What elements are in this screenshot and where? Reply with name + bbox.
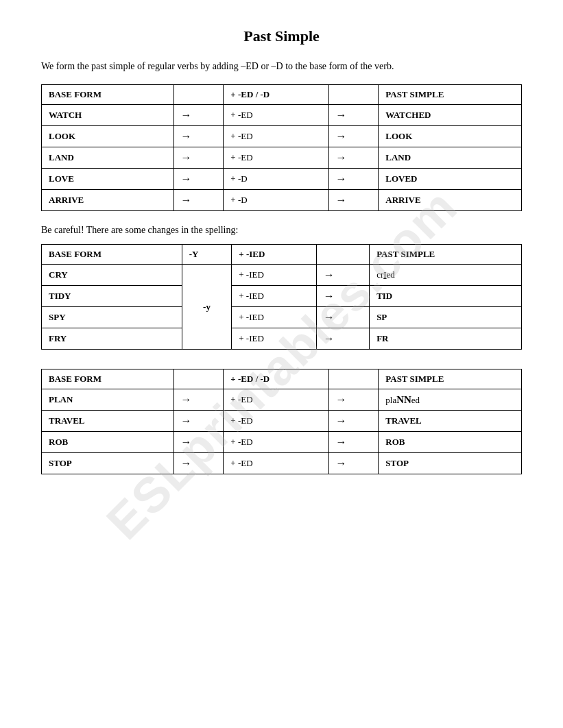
past-simple: SP <box>370 307 522 328</box>
arrow: → <box>173 432 224 453</box>
past-simple: STOP <box>379 453 522 474</box>
base-form: TRAVEL <box>42 411 174 432</box>
rule: + -IED <box>232 286 317 307</box>
base-form: STOP <box>42 453 174 474</box>
rule: + -ED <box>224 147 328 169</box>
table1-header-arrow <box>173 85 224 105</box>
arrow2: → <box>328 126 379 147</box>
arrow: → <box>173 169 224 190</box>
past-simple: TRAVEL <box>379 411 522 432</box>
arrow: → <box>316 307 369 328</box>
table-row: LOVE → + -D → LOVED <box>42 169 522 190</box>
rule: + -D <box>224 190 328 211</box>
arrow: → <box>316 286 369 307</box>
rule: + -ED <box>224 432 328 453</box>
table-row: ARRIVE → + -D → ARRIVE <box>42 190 522 211</box>
table3-header-rule: + -ED / -D <box>224 369 328 389</box>
table-row: LAND → + -ED → LAND <box>42 147 522 169</box>
table1-header-arrow2 <box>328 85 379 105</box>
table1: BASE FORM + -ED / -D PAST SIMPLE WATCH →… <box>41 84 522 211</box>
past-simple: FR <box>370 328 522 350</box>
table1-header-base: BASE FORM <box>42 85 174 105</box>
table-row: STOP → + -ED → STOP <box>42 453 522 474</box>
arrow2: → <box>328 432 379 453</box>
base-form: ROB <box>42 432 174 453</box>
arrow: → <box>316 328 369 350</box>
arrow2: → <box>328 389 379 411</box>
table3-header-arrow2 <box>328 369 379 389</box>
table-row: TIDY + -IED → TID <box>42 286 522 307</box>
table-row: TRAVEL → + -ED → TRAVEL <box>42 411 522 432</box>
rule: + -ED <box>224 389 328 411</box>
table-row: FRY + -IED → FR <box>42 328 522 350</box>
rule: + -ED <box>224 411 328 432</box>
arrow2: → <box>328 147 379 169</box>
arrow2: → <box>328 190 379 211</box>
table2-header-y: -Y <box>182 245 232 265</box>
rule: + -ED <box>224 453 328 474</box>
past-simple: LAND <box>379 147 522 169</box>
table3-header-arrow <box>173 369 224 389</box>
arrow: → <box>173 105 224 126</box>
base-form: PLAN <box>42 389 174 411</box>
past-simple: crIed <box>370 265 522 286</box>
page-title: Past Simple <box>41 27 522 45</box>
base-form: LOOK <box>42 126 174 147</box>
base-form: SPY <box>42 307 182 328</box>
base-form: CRY <box>42 265 182 286</box>
table-row: LOOK → + -ED → LOOK <box>42 126 522 147</box>
base-form: TIDY <box>42 286 182 307</box>
spelling-note: Be careful! There are some changes in th… <box>41 225 522 236</box>
arrow2: → <box>328 105 379 126</box>
table-row: SPY + -IED → SP <box>42 307 522 328</box>
rule: + -ED <box>224 105 328 126</box>
past-simple: LOVED <box>379 169 522 190</box>
past-simple: plaNNed <box>379 389 522 411</box>
past-simple: LOOK <box>379 126 522 147</box>
arrow: → <box>173 389 224 411</box>
arrow: → <box>316 265 369 286</box>
base-form: LAND <box>42 147 174 169</box>
arrow2: → <box>328 411 379 432</box>
arrow: → <box>173 411 224 432</box>
arrow: → <box>173 147 224 169</box>
rule: + -IED <box>232 328 317 350</box>
base-form: LOVE <box>42 169 174 190</box>
table2-header-rule: + -IED <box>232 245 317 265</box>
table-row: CRY -y + -IED → crIed <box>42 265 522 286</box>
table2-header-base: BASE FORM <box>42 245 182 265</box>
table3-header-base: BASE FORM <box>42 369 174 389</box>
table1-header-past: PAST SIMPLE <box>379 85 522 105</box>
arrow: → <box>173 453 224 474</box>
table3: BASE FORM + -ED / -D PAST SIMPLE PLAN → … <box>41 369 522 474</box>
past-simple: WATCHED <box>379 105 522 126</box>
rule: + -IED <box>232 265 317 286</box>
intro-text: We form the past simple of regular verbs… <box>41 59 522 73</box>
rule: + -IED <box>232 307 317 328</box>
y-cell: -y <box>182 265 232 350</box>
arrow: → <box>173 190 224 211</box>
base-form: FRY <box>42 328 182 350</box>
base-form: ARRIVE <box>42 190 174 211</box>
table-row: ROB → + -ED → ROB <box>42 432 522 453</box>
table2-header-arrow <box>316 245 369 265</box>
past-simple: ARRIVE <box>379 190 522 211</box>
past-simple: TID <box>370 286 522 307</box>
past-simple: ROB <box>379 432 522 453</box>
arrow2: → <box>328 169 379 190</box>
rule: + -ED <box>224 126 328 147</box>
table1-header-rule: + -ED / -D <box>224 85 328 105</box>
arrow: → <box>173 126 224 147</box>
base-form: WATCH <box>42 105 174 126</box>
arrow2: → <box>328 453 379 474</box>
table2-header-past: PAST SIMPLE <box>370 245 522 265</box>
table3-header-past: PAST SIMPLE <box>379 369 522 389</box>
table-row: PLAN → + -ED → plaNNed <box>42 389 522 411</box>
table2: BASE FORM -Y + -IED PAST SIMPLE CRY -y +… <box>41 244 522 350</box>
table-row: WATCH → + -ED → WATCHED <box>42 105 522 126</box>
rule: + -D <box>224 169 328 190</box>
